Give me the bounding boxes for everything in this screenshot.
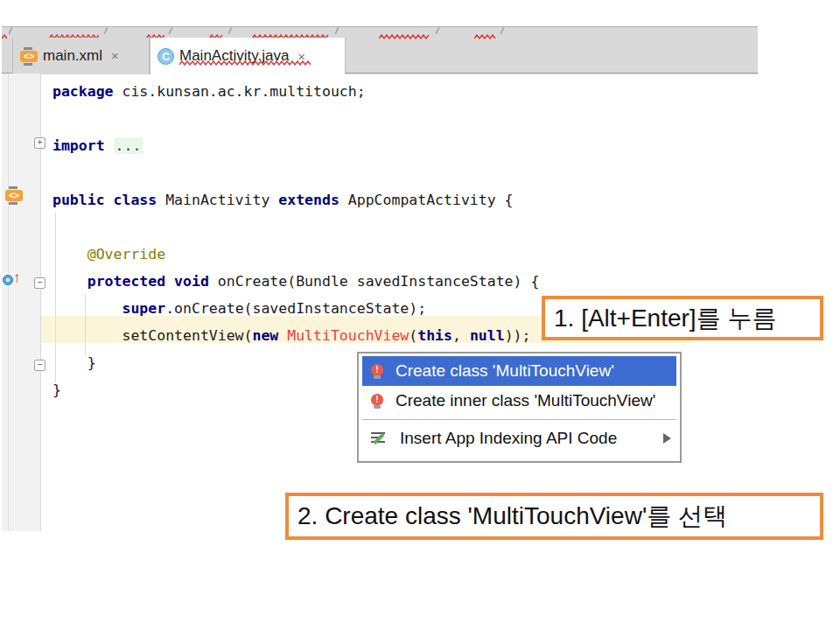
code-token-pl [52,273,88,290]
tab-error-squiggle [179,60,311,66]
code-token-pl: onCreate(Bundle savedInstanceState) { [209,273,540,290]
annotation-step-2: 2. Create class 'MultiTouchView'를 선택 [285,493,823,540]
menu-item-label: Create class 'MultiTouchView' [396,361,614,381]
file-fold-bottom [9,202,18,205]
code-token-ann: @Override [88,246,165,262]
code-token-err: MultiTouchView [287,327,409,344]
code-line: public class MainActivity extends AppCom… [52,192,514,209]
breadcrumb-separator [435,27,439,34]
file-fold-top [9,186,18,189]
annotation-step-1: 1. [Alt+Enter]를 누름 [542,296,823,340]
breadcrumb-separator [500,27,504,34]
menu-item-label: Create inner class 'MultiTouchView' [396,391,655,410]
code-line: protected void onCreate(Bundle savedInst… [52,273,539,290]
code-token-pl: } [52,382,61,398]
code-token-pl [278,327,287,344]
code-token-fold: ... [114,137,144,154]
bulb-base [374,375,381,379]
code-token-pl: ( [409,327,417,344]
xml-tag-glyph: <> [5,190,23,201]
lightbulb-error-icon: ! [371,394,384,409]
breadcrumb-separator [228,27,232,34]
breadcrumb-error-squiggle [379,27,430,43]
insert-code-icon [371,430,388,446]
tab-label: main.xml [43,47,102,65]
breadcrumb-error-squiggle [2,34,7,39]
code-token-kw: import [52,137,105,154]
code-line: } [52,354,96,372]
breadcrumb-separator [8,27,12,34]
code-token-kw: public class [52,192,157,208]
slide-canvas: <>main.xml×CMainActivity.java× <> ↑ + − … [0,0,840,630]
code-token-pl: , [452,327,470,344]
breadcrumb-squiggle-band [2,26,758,37]
override-circle [3,275,13,285]
bulb-glass: ! [371,364,383,375]
xml-file-icon: <> [20,47,38,65]
code-line: } [52,382,61,399]
code-token-pl [105,137,114,154]
menu-separator [362,419,676,420]
code-token-kw: new [252,327,278,344]
menu-item-0[interactable]: !Create class 'MultiTouchView' [362,356,676,386]
code-line: import ... [52,137,143,155]
tab-main-xml[interactable]: <>main.xml× [12,38,150,74]
code-line: super.onCreate(savedInstanceState); [52,300,426,318]
code-token-pl: AppCompatActivity { [340,192,514,208]
related-xml-gutter-icon[interactable]: <> [5,186,23,204]
override-arrow: ↑ [13,270,21,287]
tab-mainactivity-java[interactable]: CMainActivity.java× [150,38,346,74]
code-token-pl: .onCreate(savedInstanceState); [165,300,426,317]
code-token-pl: } [52,354,96,371]
bulb-base [374,405,381,409]
file-fold-top [24,47,32,50]
code-token-kw: null [470,327,505,344]
annotation-step-2-text: 2. Create class 'MultiTouchView'를 선택 [298,500,727,533]
gutter-edge-line [8,74,9,531]
file-fold-bottom [24,63,32,66]
code-token-pl: MainActivity [157,192,278,208]
code-token-pl: )); [505,327,531,344]
fold-marker-collapse[interactable]: − [34,277,46,289]
code-token-pl [52,246,88,262]
breadcrumb-error-squiggle [2,27,7,43]
tab-label: MainActivity.java [179,47,289,65]
breadcrumb-separator [103,27,108,34]
menu-item-1[interactable]: !Create inner class 'MultiTouchView' [362,386,676,416]
code-token-kw: extends [278,192,340,208]
code-line: @Override [52,246,165,263]
breadcrumb-separator [168,27,172,34]
code-line: package cis.kunsan.ac.kr.multitouch; [52,83,366,101]
fold-marker-collapse[interactable]: − [34,360,46,371]
bulb-glass: ! [371,394,383,405]
breadcrumb-error-squiggle [474,34,497,39]
breadcrumb-error-squiggle [474,27,497,43]
java-class-icon: C [158,48,174,65]
code-token-pl [52,300,122,317]
code-token-kw: protected void [88,273,209,290]
code-token-pl: cis.kunsan.ac.kr.multitouch; [114,83,366,100]
menu-item-label: Insert App Indexing API Code [400,429,617,448]
tab-close-icon[interactable]: × [111,48,119,63]
menu-item-2[interactable]: Insert App Indexing API Code [362,424,676,453]
fold-marker-expand[interactable]: + [34,137,46,149]
code-token-kw: this [417,327,452,344]
intention-actions-popup: !Create class 'MultiTouchView'!Create in… [357,352,682,463]
code-token-kw: package [52,83,114,100]
annotation-step-1-text: 1. [Alt+Enter]를 누름 [554,302,776,335]
lightbulb-error-icon: ! [371,364,384,379]
xml-tag-glyph: <> [20,51,38,62]
code-token-kw: super [122,300,165,317]
pencil-glyph [373,433,384,444]
breadcrumb-error-squiggle [379,34,430,39]
submenu-arrow-icon [663,433,671,444]
override-method-gutter-icon[interactable]: ↑ [3,271,22,289]
code-line: setContentView(new MultiTouchView(this, … [52,327,530,345]
code-token-pl: setContentView( [52,327,252,344]
breadcrumb-separator [334,27,339,34]
